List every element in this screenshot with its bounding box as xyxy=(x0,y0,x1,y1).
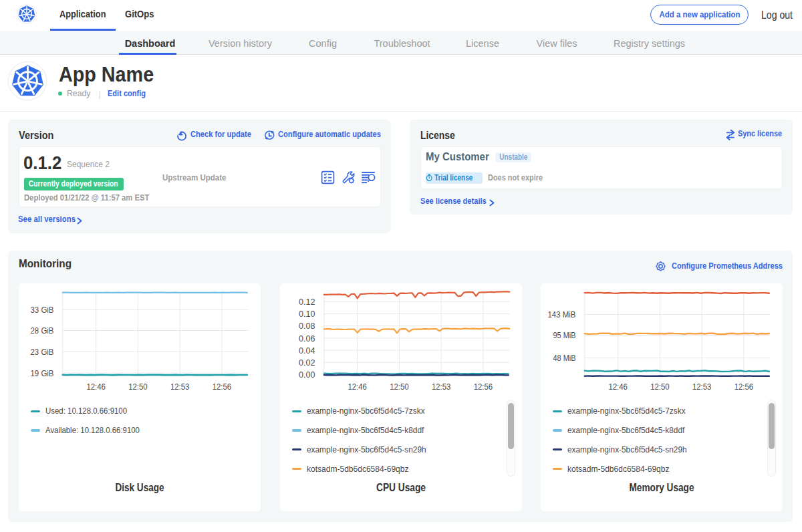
svg-text:12:53: 12:53 xyxy=(170,382,190,392)
svg-text:95 MiB: 95 MiB xyxy=(553,330,576,340)
svg-text:0.10: 0.10 xyxy=(299,309,315,319)
svg-text:0.00: 0.00 xyxy=(299,370,315,380)
svg-text:0.04: 0.04 xyxy=(299,346,315,356)
svg-text:28 GiB: 28 GiB xyxy=(31,325,54,336)
svg-text:12:50: 12:50 xyxy=(650,382,670,392)
svg-text:12:56: 12:56 xyxy=(734,382,754,392)
svg-text:12:56: 12:56 xyxy=(474,382,493,392)
svg-text:12:50: 12:50 xyxy=(128,382,148,392)
svg-text:12:46: 12:46 xyxy=(86,382,106,392)
svg-text:12:56: 12:56 xyxy=(213,382,232,392)
svg-text:0.08: 0.08 xyxy=(299,321,315,331)
svg-text:143 MiB: 143 MiB xyxy=(548,309,576,319)
svg-text:12:53: 12:53 xyxy=(432,382,451,392)
svg-text:0.06: 0.06 xyxy=(299,334,315,344)
svg-text:12:46: 12:46 xyxy=(348,382,367,392)
svg-text:19 GiB: 19 GiB xyxy=(31,368,54,378)
svg-text:12:46: 12:46 xyxy=(608,382,628,392)
svg-text:33 GiB: 33 GiB xyxy=(31,305,54,315)
svg-text:23 GiB: 23 GiB xyxy=(31,347,54,357)
svg-text:12:50: 12:50 xyxy=(390,382,409,392)
svg-text:12:53: 12:53 xyxy=(692,382,712,392)
svg-text:0.02: 0.02 xyxy=(299,358,315,368)
svg-text:0.12: 0.12 xyxy=(299,297,315,307)
svg-text:48 MiB: 48 MiB xyxy=(553,353,576,363)
